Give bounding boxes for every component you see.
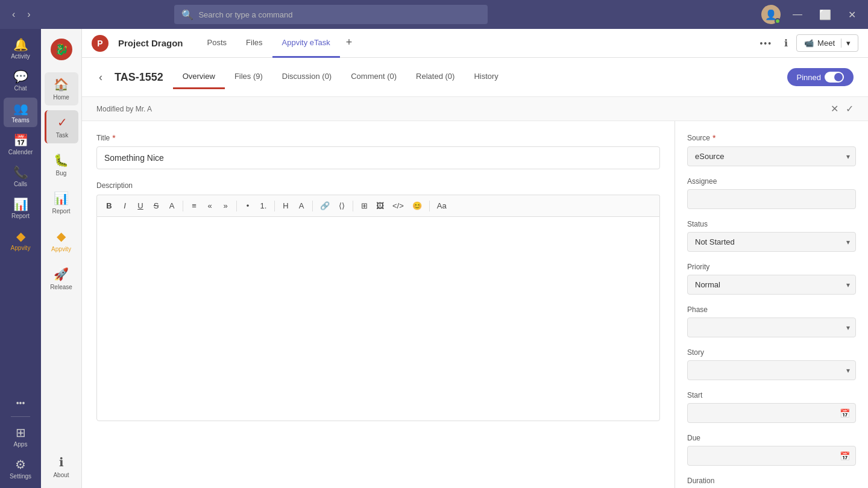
modified-close-button[interactable]: ✕ <box>831 103 838 114</box>
toolbar-italic-button[interactable]: I <box>118 199 132 213</box>
pinned-toggle[interactable] <box>825 72 844 83</box>
title-required-indicator: * <box>112 133 115 143</box>
sidebar-item-calendar[interactable]: 📅 Calender <box>4 130 37 159</box>
task-tab-comment[interactable]: Comment (0) <box>341 65 406 89</box>
task-label: Task <box>56 132 69 139</box>
source-select[interactable]: eSourceInternalExternal <box>687 146 856 166</box>
nav-back-button[interactable]: ‹ <box>7 7 20 22</box>
toolbar-indent-inc-button[interactable]: » <box>218 199 233 213</box>
sidebar-item-teams[interactable]: 👥 Teams <box>4 98 37 127</box>
modified-check-button[interactable]: ✓ <box>846 103 854 114</box>
sidebar-item-appvity[interactable]: ◆ Appvity <box>4 225 37 255</box>
app-task-button[interactable]: ✓ Task <box>45 110 78 143</box>
description-toolbar: B I U S A ≡ « » • 1. H A <box>96 195 660 216</box>
priority-select-wrapper: LowNormalHighCritical ▾ <box>687 275 856 295</box>
start-field: Start 📅 <box>687 391 856 423</box>
toolbar-numbered-button[interactable]: 1. <box>256 199 271 213</box>
channel-tab-appvity-etask[interactable]: Appvity eTask <box>272 29 340 58</box>
toolbar-fontsize-button[interactable]: A <box>165 199 179 213</box>
minimize-button[interactable]: — <box>788 7 807 22</box>
channel-info-button[interactable]: ℹ <box>781 35 791 51</box>
sidebar-item-report[interactable]: 📊 Report <box>4 193 37 223</box>
about-icon: ℹ <box>59 455 64 469</box>
search-bar[interactable]: 🔍 <box>174 5 488 24</box>
toolbar-sep-3 <box>274 201 275 211</box>
channel-add-tab-button[interactable]: + <box>340 29 359 58</box>
channel-tab-posts[interactable]: Posts <box>198 29 237 58</box>
assignee-field: Assignee <box>687 177 856 209</box>
task-tab-files[interactable]: Files (9) <box>225 65 272 89</box>
close-button[interactable]: ✕ <box>843 7 861 23</box>
settings-label: Settings <box>10 473 31 480</box>
due-date-wrapper: 📅 <box>687 446 856 466</box>
toolbar-link-button[interactable]: 🔗 <box>316 199 333 213</box>
toolbar-highlight-button[interactable]: H <box>278 199 293 213</box>
task-tab-overview[interactable]: Overview <box>173 65 225 89</box>
toolbar-bold-button[interactable]: B <box>102 199 116 213</box>
toolbar-emoji-button[interactable]: 😊 <box>409 199 426 213</box>
toolbar-underline-button[interactable]: U <box>133 199 148 213</box>
sidebar-item-settings[interactable]: ⚙ Settings <box>4 454 37 483</box>
toolbar-align-button[interactable]: ≡ <box>187 199 201 213</box>
assignee-input[interactable] <box>687 189 856 209</box>
report2-icon: 📊 <box>54 191 69 205</box>
story-select[interactable] <box>687 360 856 380</box>
task-tab-related[interactable]: Related (0) <box>406 65 464 89</box>
toolbar-fontcolor-button[interactable]: A <box>294 199 309 213</box>
sidebar-item-more[interactable]: ••• <box>4 395 37 411</box>
appvity2-icon: ◆ <box>57 229 66 243</box>
toolbar-image-button[interactable]: 🖼 <box>373 199 388 213</box>
home-icon: 🏠 <box>54 77 69 92</box>
toolbar-format-button[interactable]: ⟨⟩ <box>335 199 349 213</box>
app-about-button[interactable]: ℹ About <box>45 450 78 483</box>
app-report-button[interactable]: 📊 Report <box>45 186 78 219</box>
task-icon: ✓ <box>57 115 68 130</box>
status-field-label: Status <box>687 220 856 228</box>
toolbar-code-button[interactable]: </> <box>389 199 407 213</box>
sidebar-item-apps[interactable]: ⊞ Apps <box>4 422 37 451</box>
meet-button[interactable]: 📹 Meet ▾ <box>796 34 858 52</box>
toolbar-strikethrough-button[interactable]: S <box>149 199 163 213</box>
task-tab-discussion[interactable]: Discussion (0) <box>272 65 341 89</box>
app-appvity-button[interactable]: ◆ Appvity <box>45 224 78 257</box>
modified-bar-actions: ✕ ✓ <box>831 103 854 114</box>
status-select[interactable]: Not StartedIn ProgressDoneCancelled <box>687 232 856 252</box>
priority-field-label: Priority <box>687 263 856 271</box>
story-select-wrapper: ▾ <box>687 360 856 380</box>
task-tab-history[interactable]: History <box>464 65 508 89</box>
nav-forward-button[interactable]: › <box>22 7 35 22</box>
meet-dropdown-arrow[interactable]: ▾ <box>841 39 851 48</box>
maximize-button[interactable]: ⬜ <box>814 7 836 23</box>
bug-icon: 🐛 <box>54 153 69 167</box>
sidebar-item-activity[interactable]: 🔔 Activity <box>4 34 37 63</box>
description-editor[interactable] <box>96 216 660 421</box>
app-bug-button[interactable]: 🐛 Bug <box>45 148 78 181</box>
app-home-button[interactable]: 🏠 Home <box>45 72 78 105</box>
calls-label: Calls <box>14 181 27 187</box>
toolbar-bullet-button[interactable]: • <box>241 199 255 213</box>
due-date-input[interactable] <box>687 446 856 466</box>
pinned-button[interactable]: Pinned <box>787 68 854 86</box>
due-field-label: Due <box>687 434 856 442</box>
toolbar-indent-dec-button[interactable]: « <box>203 199 217 213</box>
toolbar-table-button[interactable]: ⊞ <box>357 199 371 213</box>
phase-select[interactable] <box>687 318 856 337</box>
title-input[interactable] <box>96 146 660 169</box>
sidebar-divider <box>11 416 30 417</box>
channel-tab-files[interactable]: Files <box>236 29 272 58</box>
source-field: Source * eSourceInternalExternal ▾ <box>687 133 856 166</box>
channel-header: P Project Dragon Posts Files Appvity eTa… <box>82 29 868 58</box>
start-date-input[interactable] <box>687 403 856 423</box>
sidebar-item-calls[interactable]: 📞 Calls <box>4 161 37 191</box>
app-release-button[interactable]: 🚀 Release <box>45 262 78 295</box>
start-field-label: Start <box>687 391 856 399</box>
channel-more-button[interactable]: ••• <box>756 36 776 51</box>
toolbar-sep-1 <box>183 201 183 211</box>
toolbar-more-button[interactable]: Aa <box>433 199 450 213</box>
form-area: Title * Description B I U S A ≡ « <box>82 121 868 488</box>
search-input[interactable] <box>198 10 480 19</box>
report-label: Report <box>11 213 30 219</box>
task-back-button[interactable]: ‹ <box>96 69 105 86</box>
sidebar-item-chat[interactable]: 💬 Chat <box>4 66 37 95</box>
priority-select[interactable]: LowNormalHighCritical <box>687 275 856 295</box>
